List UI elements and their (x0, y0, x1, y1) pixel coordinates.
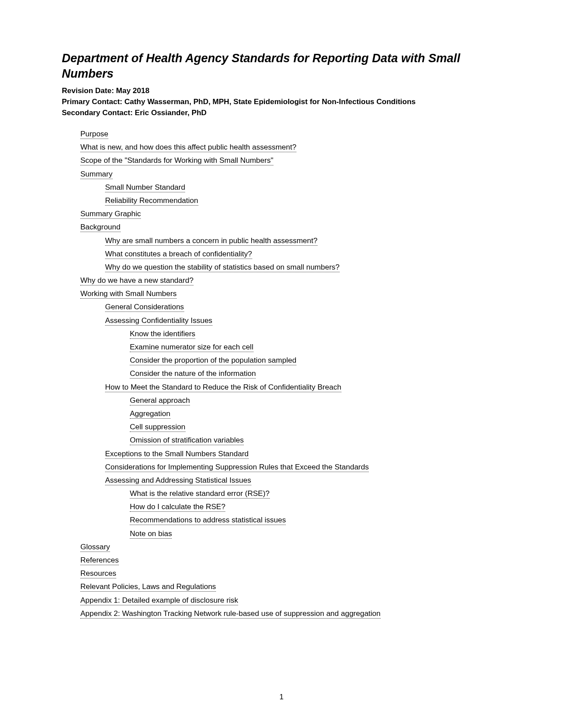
toc-item: Exceptions to the Small Numbers Standard (105, 448, 501, 460)
document-page: Department of Health Agency Standards fo… (0, 0, 563, 619)
toc-link[interactable]: Know the identifiers (130, 330, 195, 339)
toc-link[interactable]: Assessing and Addressing Statistical Iss… (105, 476, 251, 485)
toc-link[interactable]: Considerations for Implementing Suppress… (105, 463, 369, 472)
toc-link[interactable]: Reliability Recommendation (105, 196, 198, 206)
toc-item: Consider the nature of the information (130, 368, 501, 379)
toc-link[interactable]: Why do we have a new standard? (80, 276, 193, 285)
toc-item: Summary (80, 168, 501, 180)
toc-item: Why do we have a new standard? (80, 274, 501, 286)
toc-link[interactable]: Cell suppression (130, 423, 185, 432)
toc-link[interactable]: How do I calculate the RSE? (130, 503, 225, 512)
toc-item: Summary Graphic (80, 208, 501, 220)
toc-link[interactable]: Why are small numbers a concern in publi… (105, 236, 317, 246)
toc-link[interactable]: General approach (130, 396, 190, 405)
toc-item: Know the identifiers (130, 328, 501, 340)
toc-item: Examine numerator size for each cell (130, 341, 501, 353)
toc-item: Cell suppression (130, 421, 501, 433)
toc-link[interactable]: Small Number Standard (105, 183, 185, 192)
page-title: Department of Health Agency Standards fo… (62, 51, 501, 82)
toc-link[interactable]: Aggregation (130, 409, 170, 419)
secondary-contact: Secondary Contact: Eric Ossiander, PhD (62, 108, 501, 118)
toc-item: Glossary (80, 541, 501, 553)
toc-link[interactable]: Examine numerator size for each cell (130, 343, 253, 352)
toc-link[interactable]: General Considerations (105, 303, 184, 312)
toc-item: What is new, and how does this affect pu… (80, 141, 501, 153)
toc-link[interactable]: Glossary (80, 543, 110, 552)
toc-item: Purpose (80, 128, 501, 140)
toc-link[interactable]: Consider the proportion of the populatio… (130, 356, 296, 365)
toc-link[interactable]: Relevant Policies, Laws and Regulations (80, 582, 216, 592)
toc-link[interactable]: Background (80, 223, 121, 232)
toc-item: General approach (130, 394, 501, 406)
toc-link[interactable]: Purpose (80, 130, 108, 139)
toc-item: References (80, 554, 501, 566)
toc-item: Recommendations to address statistical i… (130, 514, 501, 526)
toc-link[interactable]: Exceptions to the Small Numbers Standard (105, 450, 249, 459)
toc-link[interactable]: Omission of stratification variables (130, 436, 244, 445)
toc-item: What constitutes a breach of confidentia… (105, 248, 501, 260)
toc-link[interactable]: Appendix 1: Detailed example of disclosu… (80, 596, 238, 605)
toc-item: Scope of the "Standards for Working with… (80, 154, 501, 166)
toc-item: Background (80, 221, 501, 233)
toc-item: Assessing and Addressing Statistical Iss… (105, 474, 501, 486)
table-of-contents: PurposeWhat is new, and how does this af… (62, 128, 501, 619)
toc-link[interactable]: Resources (80, 569, 116, 578)
toc-link[interactable]: How to Meet the Standard to Reduce the R… (105, 383, 341, 392)
toc-item: How do I calculate the RSE? (130, 501, 501, 513)
toc-item: Assessing Confidentiality Issues (105, 315, 501, 326)
toc-link[interactable]: Appendix 2: Washington Tracking Network … (80, 609, 381, 619)
toc-link[interactable]: What is new, and how does this affect pu… (80, 143, 296, 152)
toc-item: How to Meet the Standard to Reduce the R… (105, 381, 501, 393)
revision-date: Revision Date: May 2018 (62, 86, 501, 96)
toc-item: Reliability Recommendation (105, 195, 501, 206)
toc-item: Resources (80, 567, 501, 579)
toc-item: What is the relative standard error (RSE… (130, 488, 501, 499)
page-number: 1 (0, 693, 563, 702)
primary-contact: Primary Contact: Cathy Wasserman, PhD, M… (62, 97, 501, 107)
toc-item: Appendix 1: Detailed example of disclosu… (80, 594, 501, 606)
toc-link[interactable]: Note on bias (130, 529, 172, 539)
toc-item: Consider the proportion of the populatio… (130, 354, 501, 366)
toc-link[interactable]: Consider the nature of the information (130, 369, 256, 379)
toc-link[interactable]: Working with Small Numbers (80, 289, 177, 299)
toc-link[interactable]: Scope of the "Standards for Working with… (80, 156, 273, 165)
toc-item: Note on bias (130, 528, 501, 540)
toc-item: Aggregation (130, 408, 501, 420)
toc-item: Omission of stratification variables (130, 434, 501, 446)
toc-link[interactable]: Why do we question the stability of stat… (105, 263, 340, 272)
toc-item: Appendix 2: Washington Tracking Network … (80, 608, 501, 619)
toc-item: General Considerations (105, 301, 501, 313)
toc-item: Small Number Standard (105, 181, 501, 193)
toc-link[interactable]: Summary (80, 170, 113, 179)
toc-link[interactable]: What is the relative standard error (RSE… (130, 489, 270, 499)
toc-link[interactable]: Assessing Confidentiality Issues (105, 316, 212, 326)
toc-item: Considerations for Implementing Suppress… (105, 461, 501, 473)
toc-link[interactable]: Summary Graphic (80, 210, 141, 219)
toc-link[interactable]: Recommendations to address statistical i… (130, 516, 286, 525)
toc-item: Why do we question the stability of stat… (105, 261, 501, 273)
toc-item: Relevant Policies, Laws and Regulations (80, 581, 501, 593)
toc-link[interactable]: What constitutes a breach of confidentia… (105, 250, 252, 259)
toc-item: Why are small numbers a concern in publi… (105, 235, 501, 247)
toc-link[interactable]: References (80, 556, 119, 565)
toc-item: Working with Small Numbers (80, 288, 501, 300)
